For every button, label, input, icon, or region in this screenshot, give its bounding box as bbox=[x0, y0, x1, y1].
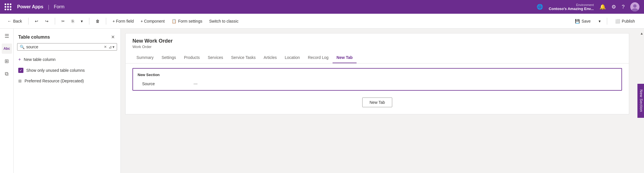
panel-header: Table columns ✕ bbox=[14, 29, 120, 43]
toolbar: ← Back ↩ ↪ ✂ ⎘ ▾ 🗑 + Form field + Compon… bbox=[0, 14, 644, 29]
tab-settings[interactable]: Settings bbox=[158, 52, 180, 63]
field-label-source: Source bbox=[142, 81, 194, 86]
components-icon: ⧉ bbox=[5, 71, 9, 77]
filter-caret-icon: ▾ bbox=[112, 45, 114, 49]
section-label: New Section bbox=[133, 71, 621, 80]
menu-icon: ☰ bbox=[5, 33, 9, 39]
caret-button[interactable]: ▾ bbox=[78, 17, 86, 25]
form-section: New Section Source --- bbox=[132, 68, 622, 91]
views-icon: ⊞ bbox=[5, 58, 9, 64]
copy-icon: ⎘ bbox=[72, 19, 74, 23]
left-nav-components-button[interactable]: ⧉ bbox=[2, 69, 12, 79]
save-label: Save bbox=[581, 19, 591, 23]
deprecated-resource-label: Preferred Resource (Deprecated) bbox=[25, 79, 84, 83]
avatar[interactable] bbox=[630, 2, 639, 11]
right-new-section-label[interactable]: New Section bbox=[637, 84, 644, 118]
copy-button[interactable]: ⎘ bbox=[69, 17, 77, 25]
publish-icon: ⬜ bbox=[615, 19, 620, 23]
search-filter-button[interactable]: ⊿ ▾ bbox=[108, 45, 114, 49]
show-unused-label: Show only unused table columns bbox=[26, 68, 85, 73]
search-row: 🔍 ✕ ⊿ ▾ bbox=[17, 43, 117, 51]
side-panel: Table columns ✕ 🔍 ✕ ⊿ ▾ + New table colu… bbox=[14, 29, 121, 173]
new-tab-button-label: New Tab bbox=[369, 100, 385, 105]
save-icon: 💾 bbox=[575, 19, 580, 23]
close-icon: ✕ bbox=[111, 35, 115, 39]
field-value-source: --- bbox=[194, 81, 198, 86]
tab-record-log[interactable]: Record Log bbox=[304, 52, 332, 63]
form-wrapper: New Work Order Work Order Summary Settin… bbox=[125, 33, 629, 114]
toolbar-separator-2 bbox=[55, 18, 55, 25]
toolbar-right-actions: 💾 Save ▾ ⬜ Publish bbox=[571, 17, 639, 25]
toolbar-separator-5 bbox=[607, 18, 607, 25]
tab-new-tab[interactable]: New Tab bbox=[333, 52, 357, 63]
back-icon: ← bbox=[7, 19, 11, 23]
panel-title: Table columns bbox=[18, 35, 50, 40]
switch-classic-button[interactable]: Switch to classic bbox=[206, 17, 242, 25]
toolbar-separator-4 bbox=[106, 18, 106, 25]
filter-icon: ⊿ bbox=[108, 45, 112, 49]
chevron-up-icon: ▲ bbox=[640, 31, 643, 35]
delete-button[interactable]: 🗑 bbox=[93, 17, 102, 25]
delete-icon: 🗑 bbox=[96, 19, 100, 23]
form-settings-button[interactable]: 📋 Form settings bbox=[169, 17, 205, 25]
redo-button[interactable]: ↪ bbox=[42, 17, 51, 25]
tab-location[interactable]: Location bbox=[281, 52, 304, 63]
environment-selector[interactable]: Environment Contoso's Amazing Env... bbox=[549, 3, 594, 11]
publish-button[interactable]: ⬜ Publish bbox=[611, 17, 639, 25]
cut-icon: ✂ bbox=[61, 19, 65, 23]
left-nav-fields-button[interactable]: Abc bbox=[2, 43, 12, 54]
left-nav-views-button[interactable]: ⊞ bbox=[2, 56, 12, 66]
left-nav-menu-button[interactable]: ☰ bbox=[2, 31, 12, 41]
form-subtitle: Work Order bbox=[132, 45, 622, 49]
new-tab-button[interactable]: New Tab bbox=[362, 98, 392, 107]
component-label: + Component bbox=[140, 19, 164, 23]
deprecated-resource-item[interactable]: ⊞ Preferred Resource (Deprecated) bbox=[14, 76, 120, 86]
new-table-column-label: New table column bbox=[24, 57, 55, 62]
save-caret-button[interactable]: ▾ bbox=[596, 17, 603, 25]
toolbar-separator-1 bbox=[28, 18, 29, 25]
back-label: Back bbox=[13, 19, 22, 23]
fields-icon: Abc bbox=[3, 47, 10, 51]
form-field-button[interactable]: + Form field bbox=[110, 17, 136, 25]
tab-services[interactable]: Services bbox=[204, 52, 227, 63]
page-name: Form bbox=[54, 4, 65, 9]
left-nav: ☰ Abc ⊞ ⧉ bbox=[0, 29, 14, 173]
redo-icon: ↪ bbox=[45, 19, 49, 23]
topbar: Power Apps | Form 🌐 Environment Contoso'… bbox=[0, 0, 644, 14]
search-clear-button[interactable]: ✕ bbox=[104, 45, 107, 49]
caret-down-icon: ▾ bbox=[81, 19, 83, 23]
show-unused-item[interactable]: Show only unused table columns bbox=[14, 65, 120, 76]
section-field-source: Source --- bbox=[133, 80, 621, 88]
tab-articles[interactable]: Articles bbox=[260, 52, 281, 63]
environment-name: Contoso's Amazing Env... bbox=[549, 7, 594, 11]
undo-button[interactable]: ↩ bbox=[32, 17, 41, 25]
notifications-icon[interactable]: 🔔 bbox=[599, 4, 606, 10]
new-table-column-item[interactable]: + New table column bbox=[14, 54, 120, 65]
cut-button[interactable]: ✂ bbox=[59, 17, 68, 25]
environment-label: Environment bbox=[576, 3, 594, 7]
tab-summary[interactable]: Summary bbox=[132, 52, 158, 63]
app-name: Power Apps bbox=[17, 4, 43, 9]
tab-products[interactable]: Products bbox=[180, 52, 204, 63]
tab-service-tasks[interactable]: Service Tasks bbox=[227, 52, 259, 63]
app-dots-icon[interactable] bbox=[5, 3, 11, 10]
topbar-right: 🌐 Environment Contoso's Amazing Env... 🔔… bbox=[537, 2, 639, 11]
scroll-up-button[interactable]: ▲ bbox=[640, 31, 643, 35]
form-body: New Section Source --- New Tab bbox=[126, 63, 629, 114]
component-button[interactable]: + Component bbox=[138, 17, 167, 25]
save-caret-icon: ▾ bbox=[599, 19, 601, 23]
back-button[interactable]: ← Back bbox=[5, 17, 25, 25]
form-settings-label: Form settings bbox=[178, 19, 202, 23]
settings-icon[interactable]: ⚙ bbox=[611, 4, 616, 10]
panel-close-button[interactable]: ✕ bbox=[110, 33, 116, 41]
globe-icon[interactable]: 🌐 bbox=[537, 4, 543, 10]
checkbox-checked-icon bbox=[18, 68, 23, 73]
form-field-label: + Form field bbox=[112, 19, 134, 23]
save-button[interactable]: 💾 Save bbox=[571, 17, 595, 25]
main-area: ☰ Abc ⊞ ⧉ Table columns ✕ 🔍 ✕ ⊿ ▾ bbox=[0, 29, 644, 173]
table-icon: ⊞ bbox=[18, 79, 22, 83]
search-input[interactable] bbox=[26, 45, 102, 49]
help-icon[interactable]: ? bbox=[622, 4, 625, 10]
toolbar-separator-3 bbox=[89, 18, 89, 25]
form-tabs: Summary Settings Products Services Servi… bbox=[126, 52, 629, 63]
